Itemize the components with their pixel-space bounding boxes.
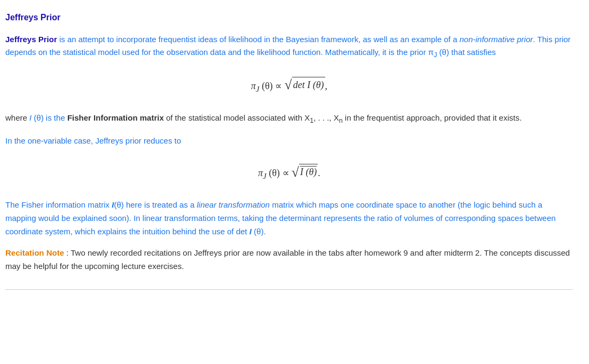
fisher-text2: (θ) here is treated as a (114, 200, 197, 209)
eq2-sqrt: √I (θ) (292, 164, 318, 180)
xn-sub: n (339, 117, 343, 124)
sqrt-symbol-1: √ (285, 78, 292, 91)
eq2-sub-j: J (263, 172, 266, 180)
fisher-info-bold: Fisher Information matrix (67, 113, 164, 122)
eq1-comma: , (325, 81, 328, 91)
recitation-text: Two newly recorded recitations on Jeffre… (5, 248, 570, 271)
where-theta: (θ) is the (32, 113, 67, 122)
eq1-sub-j: J (256, 85, 260, 93)
fisher-paragraph: The Fisher information matrix I(θ) here … (5, 199, 573, 238)
linear-transformation-italic: linear transformation (197, 200, 270, 209)
one-var-paragraph: In the one-variable case, Jeffreys prior… (5, 134, 573, 148)
equation-1: πJ (θ) ∝ √det I (θ) , (5, 77, 573, 96)
intro-text3: (θ) that satisfies (437, 48, 496, 57)
eq1-sqrt-content: det I (θ) (292, 77, 325, 93)
bold-term-jeffreys: Jeffreys Prior (5, 35, 57, 44)
where-text5: in the frequentist approach, provided th… (343, 113, 522, 122)
recitation-label: Recitation Note (5, 248, 64, 257)
where-text3: of the statistical model associated with… (164, 113, 310, 122)
fisher-text1: The Fisher information matrix (5, 200, 112, 209)
eq2-theta-prop: (θ) ∝ (266, 168, 292, 179)
intro-text1: is an attempt to incorporate frequentist… (57, 35, 460, 44)
where-paragraph: where I (θ) is the Fisher Information ma… (5, 112, 573, 126)
where-text1: where (5, 113, 29, 122)
eq2-sqrt-content: I (θ) (299, 164, 318, 180)
sqrt-symbol-2: √ (292, 165, 299, 179)
eq1-theta-prop: (θ) ∝ (260, 81, 285, 91)
bottom-divider (5, 289, 573, 290)
fisher-text4: (θ). (252, 227, 266, 236)
eq2-period: . (318, 168, 320, 179)
italic-non-informative: non-informative prior (459, 35, 533, 44)
recitation-paragraph: Recitation Note : Two newly recorded rec… (5, 247, 573, 273)
eq2-pi: π (258, 168, 263, 179)
recitation-colon: : (64, 248, 70, 257)
page-title: Jeffreys Prior (5, 11, 573, 25)
equation-2: πJ (θ) ∝ √I (θ) . (5, 164, 573, 183)
eq1-sqrt: √det I (θ) (285, 77, 325, 93)
page-container: Jeffreys Prior Jeffreys Prior is an atte… (5, 11, 573, 290)
where-text4: , . . ., X (313, 113, 339, 122)
intro-paragraph: Jeffreys Prior is an attempt to incorpor… (5, 33, 573, 61)
eq1-pi: π (251, 81, 256, 91)
